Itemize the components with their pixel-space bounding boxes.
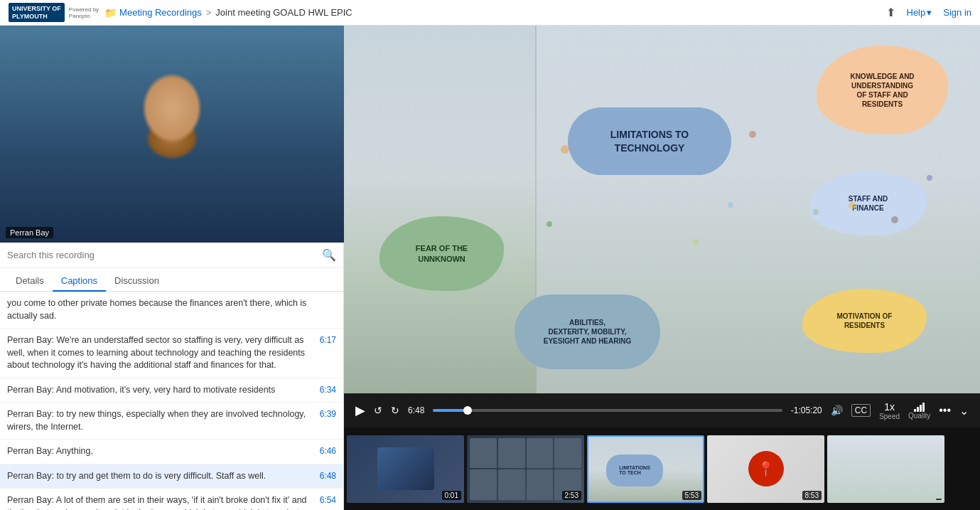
progress-fill <box>433 409 467 412</box>
play-button[interactable]: ▶ <box>355 403 365 418</box>
search-icon[interactable]: 🔍 <box>322 248 336 262</box>
captions-list: you come to other private homes because … <box>0 292 343 510</box>
caption-item[interactable]: Perran Bay: to try new things, especiall… <box>0 403 343 440</box>
caption-item-highlighted[interactable]: Perran Bay: to try and get them to do is… <box>0 464 343 489</box>
expand-button[interactable]: ⌄ <box>959 404 969 418</box>
breadcrumb: 📁 Meeting Recordings > Joint meeting GOA… <box>104 7 352 18</box>
thumbnail-time-1: 0:01 <box>442 491 461 500</box>
current-time: 6:48 <box>408 405 424 415</box>
bubble-abilities: ABILITIES,DEXTERITY, MOBILITY,EYESIGHT A… <box>515 294 660 369</box>
share-icon[interactable]: ⬆ <box>886 6 895 19</box>
tabs: Details Captions Discussion <box>0 268 343 292</box>
caption-item[interactable]: Perran Bay: And motivation, it's very, v… <box>0 378 343 403</box>
left-panel: Perran Bay 🔍 Details Captions Discussion… <box>0 26 344 510</box>
remaining-time: -1:05:20 <box>791 405 822 415</box>
caption-item[interactable]: Perran Bay: Anything, 6:46 <box>0 440 343 464</box>
breadcrumb-separator: > <box>206 7 212 18</box>
logo: UNIVERSITY OF PLYMOUTH Powered by Panopt… <box>9 3 99 23</box>
tab-discussion[interactable]: Discussion <box>106 271 168 292</box>
topbar-right: ⬆ Help ▾ Sign in <box>886 6 972 19</box>
speed-control[interactable]: 1x Speed <box>879 401 900 420</box>
progress-thumb <box>463 406 472 415</box>
presentation-area: LIMITATIONS TOTECHNOLOGY KNOWLEDGE ANDUN… <box>344 26 980 393</box>
thumbnail-time-5 <box>936 499 942 500</box>
thumbnail-time-4: 8:53 <box>802 491 822 500</box>
bubble-motivation: MOTIVATION OFRESIDENTS <box>802 289 927 353</box>
logo-line2: PLYMOUTH <box>12 13 61 21</box>
signin-button[interactable]: Sign in <box>943 7 971 18</box>
bubble-fear: FEAR OF THEUNNKNOWN <box>379 216 504 291</box>
breadcrumb-current: Joint meeting GOALD HWL EPIC <box>215 7 352 18</box>
thumbnail-4[interactable]: 📍 8:53 <box>707 435 824 503</box>
bubble-knowledge: KNOWLEDGE ANDUNDERSTANDINGOF STAFF ANDRE… <box>817 46 948 134</box>
video-area: Perran Bay <box>0 26 344 243</box>
thumbnail-3[interactable]: LIMITATIONSTO TECH 5:53 <box>587 435 704 503</box>
search-input[interactable] <box>7 250 322 260</box>
logo-box: UNIVERSITY OF PLYMOUTH <box>9 3 65 23</box>
forward-button[interactable]: ↻ <box>391 405 399 416</box>
folder-icon: 📁 <box>104 7 117 18</box>
main-layout: Perran Bay 🔍 Details Captions Discussion… <box>0 26 980 510</box>
quality-bars-icon <box>914 402 925 412</box>
person-video <box>0 26 344 243</box>
caption-item[interactable]: Perran Bay: We're an understaffed sector… <box>0 329 343 378</box>
logo-line1: UNIVERSITY OF <box>12 5 61 13</box>
logo-powered: Powered by Panopto <box>69 6 99 19</box>
thumbnail-time-3: 5:53 <box>682 491 701 500</box>
caption-item[interactable]: you come to other private homes because … <box>0 292 343 329</box>
thumbnail-1[interactable]: 0:01 <box>347 435 464 503</box>
breadcrumb-folder: 📁 Meeting Recordings <box>104 7 202 18</box>
thumbnail-time-2: 2:53 <box>562 491 581 500</box>
progress-bar[interactable] <box>433 409 782 412</box>
thumbnail-5[interactable] <box>827 435 944 503</box>
quality-control[interactable]: Quality <box>908 402 930 420</box>
thumbnails-bar: 0:01 2:53 <box>344 427 980 510</box>
caption-item[interactable]: Perran Bay: A lot of them are set in the… <box>0 489 343 510</box>
breadcrumb-link[interactable]: Meeting Recordings <box>119 7 202 18</box>
speaker-label: Perran Bay <box>6 227 53 238</box>
help-button[interactable]: Help ▾ <box>907 7 932 18</box>
rewind-button[interactable]: ↺ <box>374 405 382 416</box>
cc-button[interactable]: CC <box>851 404 871 417</box>
topbar-left: UNIVERSITY OF PLYMOUTH Powered by Panopt… <box>9 3 352 23</box>
tab-captions[interactable]: Captions <box>53 271 106 292</box>
volume-icon[interactable]: 🔊 <box>831 405 843 416</box>
search-area: 🔍 <box>0 243 343 268</box>
bubble-staff-finance: STAFF ANDFINANCE <box>809 171 927 235</box>
thumbnail-2[interactable]: 2:53 <box>467 435 584 503</box>
bubble-limitations: LIMITATIONS TOTECHNOLOGY <box>568 107 731 175</box>
more-options-button[interactable]: ••• <box>939 404 951 417</box>
topbar: UNIVERSITY OF PLYMOUTH Powered by Panopt… <box>0 0 980 26</box>
video-placeholder <box>0 26 344 243</box>
player-controls: ▶ ↺ ↻ 6:48 -1:05:20 🔊 CC 1x Speed <box>344 393 980 427</box>
tab-details[interactable]: Details <box>7 271 53 292</box>
right-panel: LIMITATIONS TOTECHNOLOGY KNOWLEDGE ANDUN… <box>344 26 980 510</box>
